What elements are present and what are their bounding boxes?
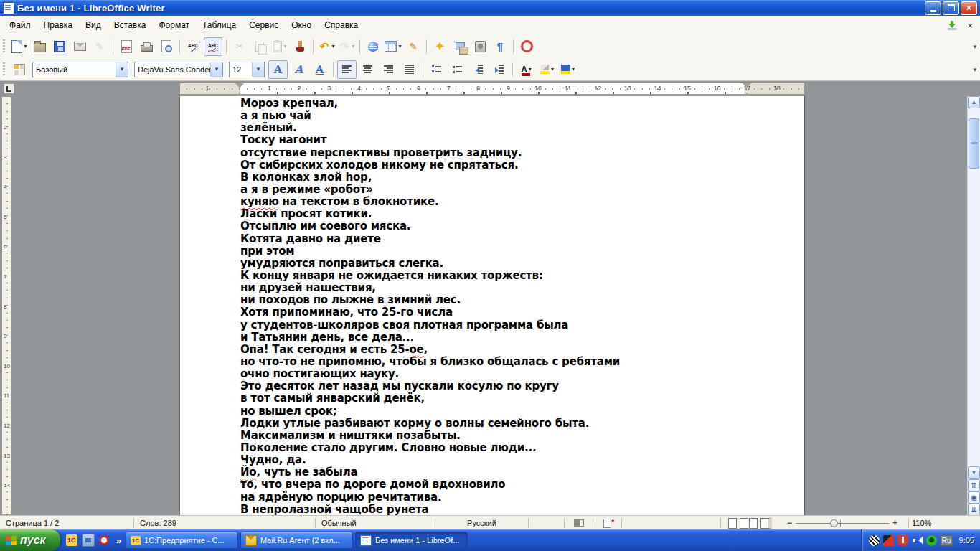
previous-page-button[interactable]: ⇈ [968,479,980,491]
menu-file[interactable]: Файл [3,17,37,33]
new-document-dropdown-icon[interactable]: ▾ [24,43,27,50]
text-line[interactable]: Лодки утлые разбивают корму о волны семе… [240,417,620,429]
volume-tray-icon[interactable] [912,535,923,546]
text-line[interactable]: Йо, чуть не забыла [240,466,620,478]
zoom-slider-thumb[interactable] [830,519,838,527]
scrollbar-thumb[interactable] [969,118,979,169]
text-line[interactable]: и Татьянин день, все дела... [240,331,620,343]
minimize-button[interactable] [925,1,941,15]
align-left-button[interactable] [337,60,357,79]
menu-tools[interactable]: Сервис [242,17,285,33]
document-page[interactable]: Мороз крепчал,а я пью чайзелёный.Тоску н… [179,96,805,515]
taskbar-button[interactable]: Mail.Ru Агент (2 вкл... [240,532,353,549]
text-line[interactable]: куняю на текстом в блокнотике. [240,195,620,207]
font-size-combo[interactable]: 12 ▼ [229,62,265,77]
document-text[interactable]: Мороз крепчал,а я пью чайзелёный.Тоску н… [240,97,620,515]
help-button[interactable] [517,37,536,56]
spelling-button[interactable]: ABC [184,37,202,56]
menu-help[interactable]: Справка [318,17,364,33]
clone-formatting-button[interactable] [291,37,309,56]
menu-format[interactable]: Формат [152,17,196,33]
align-center-button[interactable] [358,60,377,79]
text-line[interactable]: Тоску нагонит [240,133,620,146]
text-line[interactable]: Мороз крепчал, [240,97,620,109]
text-line[interactable]: у студентов-школяров своя плотная програ… [240,319,620,331]
increase-indent-button[interactable] [489,60,509,79]
font-name-combo[interactable]: DejaVu Sans Conder ▼ [134,62,223,77]
zoom-out-button[interactable]: − [783,518,796,528]
auto-spellcheck-button[interactable]: ABC [204,37,222,56]
menu-edit[interactable]: Правка [37,17,80,33]
zoom-percent[interactable]: 110% [908,518,937,528]
paste-dropdown-icon[interactable]: ▾ [283,43,286,50]
scroll-up-button[interactable]: ▲ [968,96,980,108]
standard-toolbar-overflow-icon[interactable]: ▾ [973,43,976,50]
text-line[interactable]: ни походов по лыжне в зимний лес. [240,293,620,306]
shield-tray-icon[interactable] [897,535,908,546]
text-line[interactable]: Максимализм и ништяки позабыты. [240,429,620,441]
punto-switcher-tray-icon[interactable] [869,535,880,546]
italic-button[interactable]: A [289,60,308,79]
draw-functions-button[interactable]: ✎ [404,37,423,56]
language-status[interactable]: Русский [435,518,529,528]
antivirus-tray-icon[interactable] [883,535,894,546]
book-view-button[interactable] [760,518,772,529]
quick-launch-1c-icon[interactable]: 1С [66,534,77,546]
redo-dropdown-icon[interactable]: ▾ [352,43,354,50]
email-document-button[interactable] [70,37,89,56]
toolbar-grip[interactable] [3,62,5,77]
quick-launch-opera-icon[interactable] [99,535,109,545]
undo-dropdown-icon[interactable]: ▾ [331,43,334,50]
print-button[interactable] [137,37,156,56]
bold-button[interactable]: A [268,60,288,79]
chevron-down-icon[interactable]: ▼ [252,62,264,77]
paragraph-style-combo[interactable]: Базовый ▼ [32,62,128,77]
background-color-button[interactable]: ▾ [558,60,578,79]
multi-page-view-button[interactable] [740,518,748,529]
scroll-down-button[interactable]: ▼ [968,466,980,479]
text-line[interactable]: а я в режиме «робот» [240,183,620,195]
insert-table-button[interactable]: ▾ [384,37,402,56]
text-line[interactable]: ни друзей нашествия, [240,281,620,293]
menu-view[interactable]: Вид [79,17,108,33]
language-indicator[interactable]: Ru [941,535,953,546]
font-color-button[interactable]: A▾ [517,60,536,79]
text-line[interactable]: Поколение стало другим. Словно новые люд… [240,441,620,453]
highlighting-dropdown-icon[interactable]: ▾ [551,66,554,72]
tab-stop-selector[interactable] [4,83,14,94]
taskbar-button[interactable]: 1С1С:Предприятие - С... [126,532,238,549]
word-count-status[interactable]: Слов: 289 [134,518,316,528]
text-line[interactable]: Это десяток лет назад мы пускали косулю … [240,380,620,392]
text-line[interactable]: Отсыплю им соевого мяска. [240,220,620,232]
taskbar-button[interactable]: Без имени 1 - LibreOf... [355,532,468,549]
page-number-status[interactable]: Страница 1 / 2 [0,518,134,528]
open-button[interactable] [30,37,49,56]
align-right-button[interactable] [379,60,398,79]
highlighting-button[interactable]: ▾ [537,60,557,79]
horizontal-ruler[interactable]: 1 123456789101112131415161718 [179,83,805,95]
text-line[interactable]: умудряются поправиться слегка. [240,257,620,269]
quick-launch-chevron[interactable]: » [115,535,123,546]
text-line[interactable]: в тот самый январский денёк, [240,392,620,404]
next-page-button[interactable]: ⇊ [968,504,980,515]
new-document-button[interactable]: ▾ [10,37,29,56]
menu-table[interactable]: Таблица [196,17,242,33]
gallery-button[interactable] [451,37,469,56]
page-style-status[interactable]: Обычный [316,518,435,528]
formatting-toolbar-overflow-icon[interactable]: ▾ [973,66,976,73]
insert-table-dropdown-icon[interactable]: ▾ [398,43,401,50]
text-line[interactable]: но вышел срок; [240,405,620,417]
hyperlink-button[interactable] [364,37,382,56]
text-line[interactable]: В непролазной чащобе рунета [240,503,620,515]
text-line[interactable]: Опа! Так сегодня и есть 25-ое, [240,343,620,355]
insert-mode-indicator[interactable] [565,518,593,528]
text-line[interactable]: при этом [240,245,620,257]
start-button[interactable]: пуск [0,529,60,551]
mail-agent-tray-icon[interactable] [926,535,937,546]
undo-button[interactable]: ↶▾ [317,37,336,56]
navigation-button[interactable]: ◉ [968,491,980,504]
align-justified-button[interactable] [400,60,419,79]
text-line[interactable]: От сибирских холодов никому не спрятатьс… [240,159,620,171]
underline-button[interactable]: A [310,60,329,79]
save-button[interactable] [50,37,69,56]
